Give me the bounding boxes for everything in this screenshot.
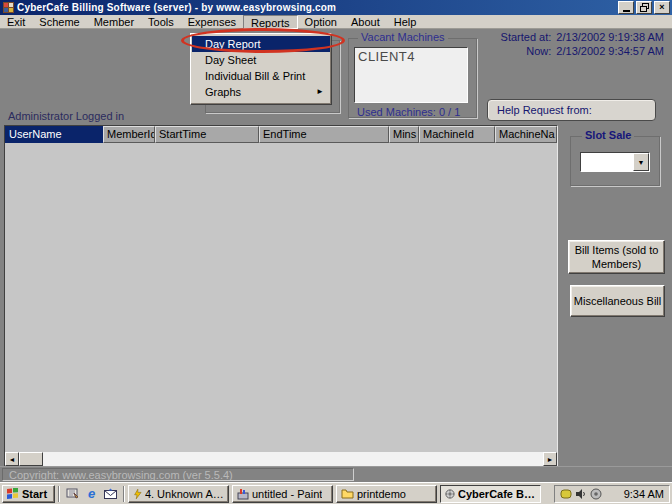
grid-body [5,143,557,452]
taskbar-divider [58,486,60,502]
copyright-text: Copyright: www.easybrowsing.com (ver 5.5… [2,468,354,481]
scroll-left-button[interactable]: ◄ [5,452,19,466]
paint-icon [237,488,249,500]
slot-sale-label: Slot Sale [582,129,634,141]
windows-flag-icon [6,488,19,500]
task-label: untitled - Paint [252,488,322,500]
annotation-ellipse [181,28,345,53]
column-header-username[interactable]: UserName [5,126,103,143]
column-header-machinename[interactable]: MachineNa [495,126,557,143]
menu-reports[interactable]: Reports [243,15,298,29]
volume-icon[interactable] [575,488,587,500]
system-tray: 9:34 AM [554,485,670,503]
restore-button[interactable] [636,1,652,14]
scrollbar-thumb[interactable] [19,452,43,466]
chevron-down-icon: ▼ [638,159,645,166]
help-request-box: Help Request from: [487,99,656,121]
task-label: 4. Unknown Artist.... [145,488,224,500]
session-info: Started at:2/13/2002 9:19:38 AM Now:2/13… [501,30,664,58]
outlook-express-icon[interactable] [101,485,120,503]
close-button[interactable]: × [654,1,670,14]
app-icon [3,2,14,13]
column-header-memberid[interactable]: MemberId [103,126,155,143]
column-header-mins[interactable]: Mins [389,126,419,143]
menu-member[interactable]: Member [87,15,141,29]
menuitem-individual-bill-print[interactable]: Individual Bill & Print [192,68,330,84]
minimize-icon [623,10,630,12]
menu-exit[interactable]: Exit [0,15,32,29]
task-button-printdemo[interactable]: printdemo [336,485,437,503]
started-at-line: Started at:2/13/2002 9:19:38 AM [501,30,664,44]
menu-scheme[interactable]: Scheme [32,15,86,29]
menu-about[interactable]: About [344,15,387,29]
client-area: Day Report Day Sheet Individual Bill & P… [0,29,672,466]
slot-sale-combo-value[interactable] [581,153,633,171]
restore-icon [640,3,649,12]
column-header-starttime[interactable]: StartTime [155,126,259,143]
column-header-machineid[interactable]: MachineId [419,126,495,143]
task-label: CyberCafe Billin... [458,488,536,500]
close-icon: × [659,3,664,12]
now-line: Now:2/13/2002 9:34:57 AM [501,44,664,58]
task-button-unknown-artist[interactable]: 4. Unknown Artist.... [128,485,229,503]
start-label: Start [22,488,47,500]
cybercafe-icon [445,488,455,500]
started-at-label: Started at: [501,31,552,43]
task-label: printdemo [357,488,406,500]
scroll-left-icon: ◄ [9,456,16,463]
scroll-right-button[interactable]: ► [543,452,557,466]
miscellaneous-bill-button[interactable]: Miscellaneous Bill [570,285,665,317]
tray-scheduler-icon[interactable] [560,488,572,500]
sessions-grid: UserName MemberId StartTime EndTime Mins… [4,125,558,467]
show-desktop-icon[interactable] [63,485,82,503]
minimize-button[interactable] [618,1,634,14]
internet-explorer-icon[interactable]: e [82,485,101,503]
horizontal-scrollbar[interactable]: ◄ ► [5,452,557,466]
folder-icon [341,488,354,499]
menuitem-graphs-label: Graphs [205,86,241,98]
combo-dropdown-button[interactable]: ▼ [633,153,649,171]
menu-option[interactable]: Option [298,15,344,29]
media-player-icon [133,488,142,500]
ie-glyph: e [88,487,95,500]
vacant-machines-listbox[interactable]: CLIENT4 [354,47,468,103]
task-button-paint[interactable]: untitled - Paint [232,485,333,503]
menu-help[interactable]: Help [387,15,424,29]
taskbar-divider-2 [123,486,125,502]
scrollbar-track[interactable] [43,452,543,466]
menu-bar: Exit Scheme Member Tools Expenses Report… [0,15,672,29]
used-machines-label: Used Machines: 0 / 1 [357,106,460,118]
menu-expenses[interactable]: Expenses [181,15,243,29]
slot-sale-combobox[interactable]: ▼ [580,152,650,172]
scroll-right-icon: ► [547,456,554,463]
started-at-value: 2/13/2002 9:19:38 AM [556,31,664,43]
desktop-screen: CyberCafe Billing Software (server) - by… [0,0,672,504]
submenu-arrow-icon: ► [316,84,324,100]
menuitem-graphs[interactable]: Graphs ► [192,84,330,100]
tray-app-icon[interactable] [590,488,602,500]
status-bar: Copyright: www.easybrowsing.com (ver 5.5… [0,466,672,482]
bill-items-button[interactable]: Bill Items (sold to Members) [568,240,665,274]
admin-status-label: Administrator Logged in [8,110,124,122]
vacant-machine-item[interactable]: CLIENT4 [358,49,464,64]
menuitem-day-sheet[interactable]: Day Sheet [192,52,330,68]
now-value: 2/13/2002 9:34:57 AM [556,45,664,57]
task-button-cybercafe[interactable]: CyberCafe Billin... [440,485,541,503]
help-request-label: Help Request from: [497,104,592,116]
menu-tools[interactable]: Tools [141,15,181,29]
grid-header-row: UserName MemberId StartTime EndTime Mins… [5,126,557,143]
taskbar: Start e 4. Unknown Artist.... [0,482,672,504]
column-header-endtime[interactable]: EndTime [259,126,389,143]
now-label: Now: [526,45,551,57]
title-bar: CyberCafe Billing Software (server) - by… [0,0,672,15]
window-title: CyberCafe Billing Software (server) - by… [17,2,336,13]
start-button[interactable]: Start [2,485,55,503]
vacant-machines-label: Vacant Machines [358,31,448,43]
taskbar-clock[interactable]: 9:34 AM [624,488,664,500]
